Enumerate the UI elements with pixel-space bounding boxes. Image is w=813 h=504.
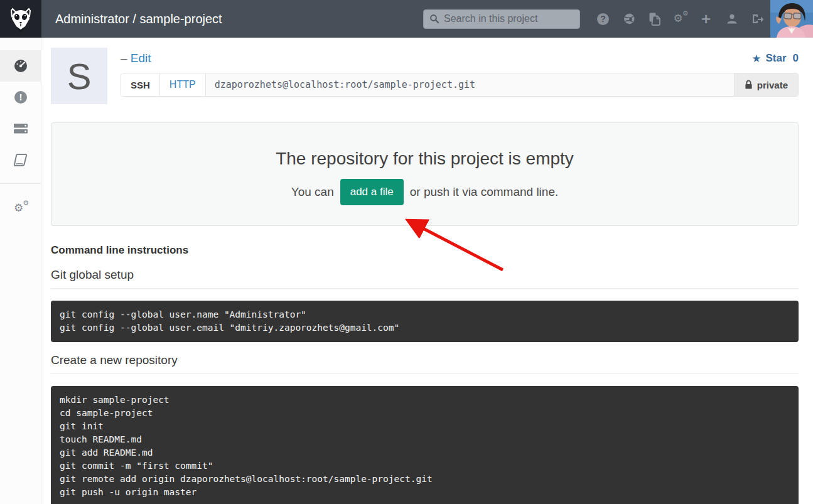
clone-url-field[interactable]: dzaporozhets@localhost:root/sample-proje… [206,73,735,96]
code-line: touch README.md [60,433,790,446]
star-icon: ★ [751,52,761,65]
settings-gears-icon: ⚙ ⚙ [14,202,28,215]
create-new-repo-heading: Create a new repository [51,353,799,374]
star-button[interactable]: ★ Star 0 [751,52,799,65]
profile-user-icon[interactable] [719,6,745,31]
code-line: git add README.md [60,446,790,459]
ssh-protocol-button[interactable]: SSH [121,73,160,96]
empty-repo-panel: The repository for this project is empty… [51,122,799,226]
navbar-icon-group: ? ⚙ ⚙ + [590,6,770,31]
breadcrumb-title: Administrator / sample-project [55,12,222,26]
star-label: Star [765,52,786,65]
sidebar-item-issues[interactable]: ! [0,82,41,113]
create-new-repo-code: mkdir sample-project cd sample-project g… [51,386,799,504]
server-list-icon [13,122,28,135]
code-line: git config --global user.email "dmitriy.… [60,321,790,335]
snippets-copy-icon[interactable] [642,6,667,31]
left-sidebar: ! ⚙ ⚙ [0,38,41,504]
add-file-button[interactable]: add a file [340,179,404,205]
exclamation-circle-icon: ! [14,91,27,104]
edit-prefix-dash: – [121,51,131,65]
code-line: git push -u origin master [60,486,790,499]
search-input[interactable] [444,13,574,24]
edit-row: – Edit [121,51,151,65]
code-line: cd sample-project [60,407,790,420]
project-avatar: S [51,48,107,104]
visibility-badge: private [735,73,798,96]
top-navbar: Administrator / sample-project ? [0,0,813,38]
visibility-label: private [757,80,788,90]
user-avatar[interactable] [770,0,813,38]
lock-icon [745,80,753,90]
sidebar-divider [0,183,41,184]
code-line: git remote add origin dzaporozhets@local… [60,473,790,486]
sidebar-item-settings[interactable]: ⚙ ⚙ [0,193,41,224]
git-global-setup-code: git config --global user.name "Administr… [51,301,799,342]
code-line: git init [60,420,790,433]
main-content: S – Edit ★ Star 0 SSH HTTP dzaporozhets@… [41,38,813,504]
globe-icon[interactable] [616,6,642,31]
new-project-plus-icon[interactable]: + [693,6,719,31]
admin-gears-icon[interactable]: ⚙ ⚙ [667,6,693,31]
sign-out-icon[interactable] [745,6,770,31]
code-line: mkdir sample-project [60,394,790,407]
git-global-setup-heading: Git global setup [51,268,799,289]
empty-text-after: or push it via command line. [410,185,559,199]
gitlab-fox-logo-icon [7,5,35,33]
code-line: git commit -m "first commit" [60,459,790,473]
help-icon[interactable]: ? [590,6,616,31]
cli-instructions-heading: Command line instructions [51,244,799,257]
sidebar-item-list[interactable] [0,113,41,144]
sidebar-item-wiki[interactable] [0,144,41,176]
gitlab-logo[interactable] [0,0,41,38]
star-count: 0 [793,52,799,65]
search-icon [429,14,439,24]
project-search[interactable] [423,9,580,29]
dashboard-gauge-icon [13,58,28,73]
empty-text-before: You can [291,185,334,199]
edit-link[interactable]: Edit [131,51,151,65]
sidebar-item-dashboard[interactable] [0,50,41,82]
code-line: git config --global user.name "Administr… [60,308,790,321]
empty-repo-title: The repository for this project is empty [51,149,798,169]
book-icon [13,153,28,167]
clone-url-bar: SSH HTTP dzaporozhets@localhost:root/sam… [121,73,799,97]
project-header: S – Edit ★ Star 0 SSH HTTP dzaporozhets@… [51,38,799,97]
http-protocol-button[interactable]: HTTP [160,73,206,96]
